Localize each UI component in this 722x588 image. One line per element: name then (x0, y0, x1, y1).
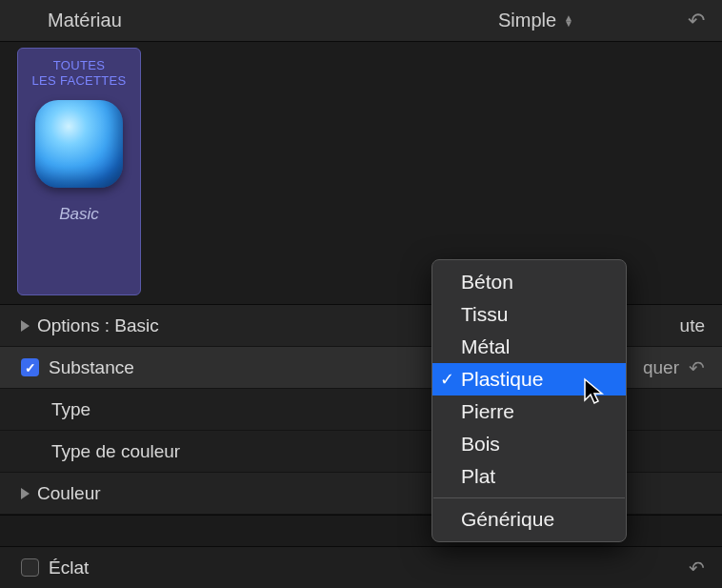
substance-label: Substance (49, 357, 134, 378)
checkmark-icon: ✓ (440, 369, 454, 390)
popup-item-plat[interactable]: Plat (432, 460, 626, 493)
color-type-label: Type de couleur (51, 441, 180, 462)
apply-button-fragment[interactable]: quer (643, 357, 679, 378)
glow-row: Éclat ↶ (0, 546, 722, 588)
type-label: Type (51, 399, 90, 420)
facet-card-title: TOUTES LES FACETTES (32, 58, 127, 89)
substance-checkbox[interactable] (21, 358, 39, 376)
options-value-fragment: ute (680, 315, 705, 336)
updown-icon: ▲▼ (564, 15, 573, 27)
glow-checkbox[interactable] (21, 558, 39, 577)
disclosure-triangle-icon[interactable] (21, 488, 30, 499)
complexity-select[interactable]: Simple ▲▼ (498, 10, 573, 31)
popup-item-bois[interactable]: Bois (432, 428, 626, 460)
material-preview-swatch (35, 100, 123, 188)
header-bar: Matériau Simple ▲▼ ↶ (0, 0, 722, 42)
popup-item-beton[interactable]: Béton (432, 266, 626, 298)
popup-item-metal[interactable]: Métal (432, 331, 626, 363)
popup-item-pierre[interactable]: Pierre (432, 395, 626, 428)
facet-card[interactable]: TOUTES LES FACETTES Basic (17, 48, 141, 295)
undo-icon[interactable]: ↶ (688, 9, 705, 33)
popup-separator (433, 497, 625, 498)
popup-item-generique[interactable]: Générique (432, 503, 626, 536)
undo-icon[interactable]: ↶ (689, 356, 705, 379)
disclosure-triangle-icon[interactable] (21, 320, 30, 332)
panel-title: Matériau (48, 10, 122, 31)
glow-label: Éclat (49, 558, 89, 578)
complexity-select-label: Simple (498, 10, 556, 31)
facet-card-name: Basic (59, 205, 99, 224)
popup-item-plastique[interactable]: ✓ Plastique (432, 363, 626, 395)
popup-item-tissu[interactable]: Tissu (432, 298, 626, 331)
substance-popup-menu: Béton Tissu Métal ✓ Plastique Pierre Boi… (431, 259, 627, 542)
options-label: Options : Basic (37, 315, 159, 336)
undo-icon[interactable]: ↶ (689, 557, 705, 579)
color-label: Couleur (37, 483, 101, 504)
